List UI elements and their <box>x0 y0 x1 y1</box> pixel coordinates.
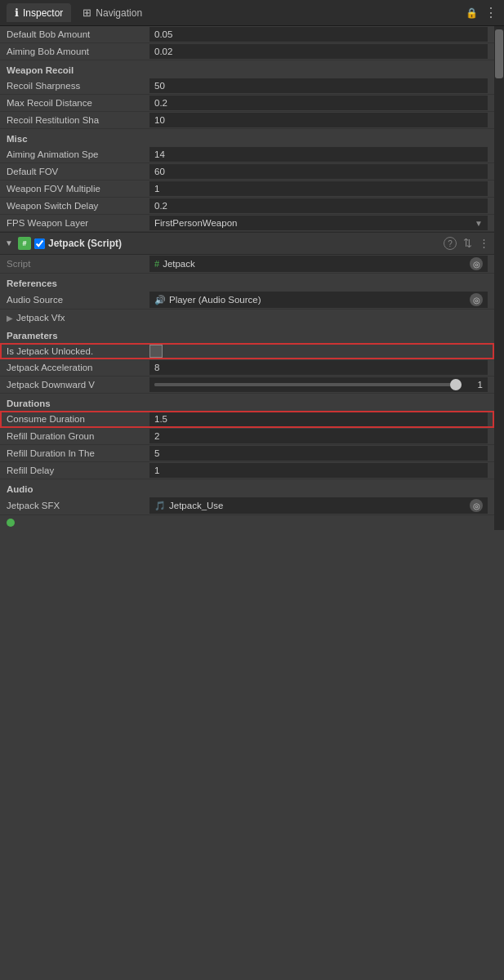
tab-navigation[interactable]: ⊞ Navigation <box>74 3 150 22</box>
section-misc: Misc <box>0 129 494 146</box>
prop-value-consume-duration[interactable] <box>149 412 488 426</box>
obj-ref-audio-source[interactable]: 🔊 Player (Audio Source) ◎ <box>149 292 488 308</box>
prop-value-recoil-sharpness[interactable] <box>149 78 488 93</box>
prop-value-weapon-switch[interactable] <box>149 198 488 213</box>
obj-ref-sfx-text: Jetpack_Use <box>169 501 466 510</box>
component-hash-icon: # <box>18 237 31 250</box>
input-jetpack-acceleration[interactable] <box>154 363 483 372</box>
component-actions: ? ⇅ ⋮ <box>444 237 489 250</box>
main-wrapper: Default Bob Amount Aiming Bob Amount Wea… <box>0 26 504 530</box>
prop-row-weapon-switch: Weapon Switch Delay <box>0 198 494 215</box>
prop-row-default-bob: Default Bob Amount <box>0 26 494 43</box>
prop-row-script: Script # Jetpack ◎ <box>0 255 494 274</box>
inspector-content: Default Bob Amount Aiming Bob Amount Wea… <box>0 26 494 530</box>
prop-value-default-fov[interactable] <box>149 164 488 179</box>
prop-value-recoil-restitution[interactable] <box>149 113 488 127</box>
section-audio: Audio <box>0 479 494 497</box>
input-default-fov[interactable] <box>154 167 483 176</box>
input-aiming-bob[interactable] <box>154 47 483 56</box>
navigation-icon: ⊞ <box>83 7 91 19</box>
component-collapse-icon[interactable]: ▼ <box>5 238 15 248</box>
input-refill-duration-ground[interactable] <box>154 431 483 441</box>
settings-icon[interactable]: ⇅ <box>463 237 472 250</box>
prop-value-refill-duration-ground[interactable] <box>149 429 488 443</box>
input-weapon-fov[interactable] <box>154 184 483 194</box>
prop-label-default-fov: Default FOV <box>7 167 149 176</box>
toggle-is-jetpack-unlocked[interactable] <box>149 345 163 358</box>
input-aiming-anim[interactable] <box>154 149 483 159</box>
prop-label-weapon-switch: Weapon Switch Delay <box>7 201 149 211</box>
obj-ref-sfx-button[interactable]: ◎ <box>470 499 483 512</box>
prop-row-jetpack-sfx: Jetpack SFX 🎵 Jetpack_Use ◎ <box>0 497 494 515</box>
prop-row-refill-duration-ground: Refill Duration Groun <box>0 428 494 445</box>
prop-label-refill-duration-ground: Refill Duration Groun <box>7 431 149 441</box>
input-consume-duration[interactable] <box>154 414 483 424</box>
prop-row-jetpack-acceleration: Jetpack Acceleration <box>0 359 494 376</box>
prop-label-weapon-fov: Weapon FOV Multiplie <box>7 184 149 194</box>
prop-row-audio-source: Audio Source 🔊 Player (Audio Source) ◎ <box>0 291 494 310</box>
prop-label-fps-weapon-layer: FPS Weapon Layer <box>7 218 149 228</box>
obj-ref-jetpack-sfx[interactable]: 🎵 Jetpack_Use ◎ <box>149 497 488 514</box>
prop-value-weapon-fov[interactable] <box>149 181 488 196</box>
component-menu-icon[interactable]: ⋮ <box>479 237 489 250</box>
green-status-dot <box>7 519 15 527</box>
prop-value-jetpack-acceleration[interactable] <box>149 360 488 375</box>
prop-label-aiming-anim: Aiming Animation Spe <box>7 149 149 159</box>
component-enabled-checkbox[interactable] <box>34 238 45 249</box>
input-max-recoil[interactable] <box>154 98 483 108</box>
inspector-icon: ℹ <box>15 7 19 19</box>
input-default-bob[interactable] <box>154 29 483 39</box>
lock-icon[interactable]: 🔒 <box>466 7 478 19</box>
prop-value-aiming-bob[interactable] <box>149 44 488 59</box>
prop-label-jetpack-acceleration: Jetpack Acceleration <box>7 363 149 372</box>
prop-value-max-recoil[interactable] <box>149 96 488 110</box>
prop-row-default-fov: Default FOV <box>0 163 494 180</box>
help-icon[interactable]: ? <box>444 237 457 250</box>
section-weapon-recoil: Weapon Recoil <box>0 60 494 78</box>
prop-row-jetpack-downward: Jetpack Downward V 1 <box>0 376 494 394</box>
dropdown-arrow-icon: ▼ <box>475 219 483 228</box>
prop-value-refill-delay[interactable] <box>149 463 488 478</box>
dropdown-fps-layer-text: FirstPersonWeapon <box>154 218 475 228</box>
input-refill-delay[interactable] <box>154 466 483 475</box>
menu-icon[interactable]: ⋮ <box>484 5 497 20</box>
prop-row-recoil-restitution: Recoil Restitution Sha <box>0 112 494 129</box>
obj-ref-script[interactable]: # Jetpack ◎ <box>149 256 488 272</box>
dropdown-fps-layer[interactable]: FirstPersonWeapon ▼ <box>149 216 488 230</box>
prop-label-jetpack-vfx: Jetpack Vfx <box>16 313 65 323</box>
header-bar: ℹ Inspector ⊞ Navigation 🔒 ⋮ <box>0 0 504 26</box>
input-recoil-sharpness[interactable] <box>154 81 483 91</box>
prop-label-refill-delay: Refill Delay <box>7 466 149 475</box>
prop-value-refill-duration-in[interactable] <box>149 446 488 461</box>
component-header-jetpack: ▼ # Jetpack (Script) ? ⇅ ⋮ <box>0 232 494 255</box>
scrollbar[interactable] <box>494 26 504 530</box>
slider-jetpack-downward[interactable]: 1 <box>149 377 488 392</box>
section-durations: Durations <box>0 394 494 411</box>
prop-row-max-recoil: Max Recoil Distance <box>0 95 494 112</box>
prop-label-consume-duration: Consume Duration <box>7 414 149 424</box>
obj-ref-script-button[interactable]: ◎ <box>470 257 483 270</box>
input-recoil-restitution[interactable] <box>154 115 483 125</box>
scroll-thumb[interactable] <box>495 29 503 78</box>
prop-label-default-bob: Default Bob Amount <box>7 29 149 39</box>
tab-navigation-label: Navigation <box>96 7 142 19</box>
prop-label-is-jetpack-unlocked: Is Jetpack Unlocked. <box>7 346 149 356</box>
prop-value-default-bob[interactable] <box>149 27 488 42</box>
prop-row-fps-weapon-layer: FPS Weapon Layer FirstPersonWeapon ▼ <box>0 215 494 232</box>
slider-track-jetpack-downward[interactable] <box>154 383 462 386</box>
input-refill-duration-in[interactable] <box>154 448 483 458</box>
obj-ref-audio-source-button[interactable]: ◎ <box>470 293 483 306</box>
input-weapon-switch[interactable] <box>154 201 483 211</box>
prop-label-aiming-bob: Aiming Bob Amount <box>7 47 149 56</box>
prop-value-aiming-anim[interactable] <box>149 147 488 162</box>
prop-row-jetpack-vfx: ▶ Jetpack Vfx <box>0 310 494 326</box>
prop-row-aiming-anim: Aiming Animation Spe <box>0 146 494 163</box>
tab-inspector-label: Inspector <box>23 7 63 19</box>
slider-thumb-jetpack-downward[interactable] <box>450 379 462 390</box>
component-title: Jetpack (Script) <box>48 238 440 249</box>
prop-label-jetpack-downward: Jetpack Downward V <box>7 380 149 390</box>
prop-row-aiming-bob: Aiming Bob Amount <box>0 43 494 60</box>
obj-ref-script-text: Jetpack <box>163 259 466 269</box>
prop-label-recoil-sharpness: Recoil Sharpness <box>7 81 149 91</box>
tab-inspector[interactable]: ℹ Inspector <box>7 3 71 22</box>
